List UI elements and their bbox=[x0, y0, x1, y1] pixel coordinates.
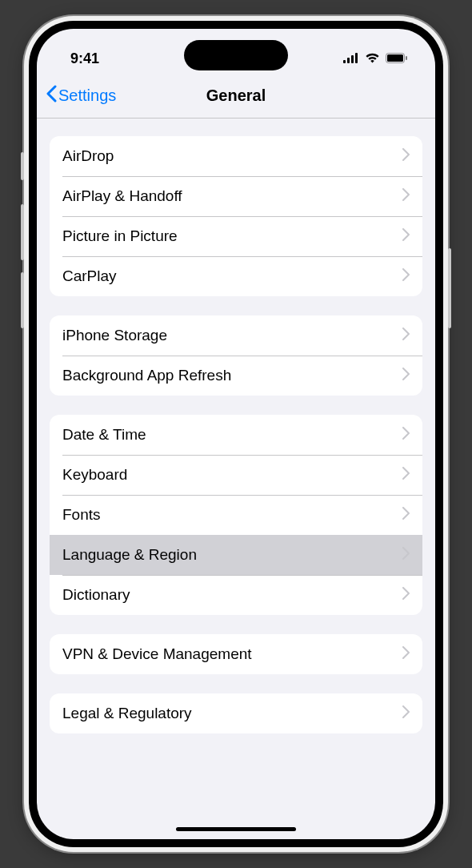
settings-group: VPN & Device Management bbox=[50, 634, 422, 674]
screen: 9:41 Set bbox=[37, 29, 435, 839]
status-time: 9:41 bbox=[70, 50, 99, 67]
settings-group: Date & TimeKeyboardFontsLanguage & Regio… bbox=[50, 415, 422, 615]
home-indicator[interactable] bbox=[176, 827, 296, 831]
row-label: Fonts bbox=[62, 506, 101, 524]
row-label: iPhone Storage bbox=[62, 327, 167, 344]
row-storage[interactable]: iPhone Storage bbox=[50, 315, 422, 356]
chevron-right-icon bbox=[402, 427, 410, 443]
back-label: Settings bbox=[58, 86, 116, 105]
row-label: Legal & Regulatory bbox=[62, 705, 192, 722]
content-scroll[interactable]: AirDropAirPlay & HandoffPicture in Pictu… bbox=[37, 119, 435, 839]
row-label: CarPlay bbox=[62, 267, 117, 285]
dynamic-island bbox=[184, 40, 288, 70]
svg-rect-5 bbox=[387, 54, 403, 62]
row-keyboard[interactable]: Keyboard bbox=[50, 455, 422, 495]
back-button[interactable]: Settings bbox=[46, 85, 116, 106]
nav-bar: Settings General bbox=[37, 74, 435, 119]
row-dictionary[interactable]: Dictionary bbox=[50, 575, 422, 615]
chevron-right-icon bbox=[402, 705, 410, 721]
svg-rect-1 bbox=[347, 58, 350, 63]
silence-switch bbox=[21, 152, 24, 180]
row-label: Dictionary bbox=[62, 586, 130, 604]
chevron-right-icon bbox=[402, 587, 410, 603]
chevron-right-icon bbox=[402, 188, 410, 204]
row-legal[interactable]: Legal & Regulatory bbox=[50, 693, 422, 733]
wifi-icon bbox=[365, 50, 380, 67]
row-language-region[interactable]: Language & Region bbox=[50, 535, 422, 575]
settings-group: iPhone StorageBackground App Refresh bbox=[50, 315, 422, 396]
phone-frame: 9:41 Set bbox=[24, 16, 448, 852]
row-label: Picture in Picture bbox=[62, 227, 178, 245]
chevron-right-icon bbox=[402, 547, 410, 563]
row-airdrop[interactable]: AirDrop bbox=[50, 136, 422, 176]
chevron-right-icon bbox=[402, 646, 410, 662]
row-label: VPN & Device Management bbox=[62, 645, 252, 663]
row-pip[interactable]: Picture in Picture bbox=[50, 216, 422, 256]
volume-down-button bbox=[21, 272, 24, 328]
chevron-right-icon bbox=[402, 328, 410, 344]
svg-rect-6 bbox=[406, 56, 407, 60]
volume-up-button bbox=[21, 204, 24, 260]
row-vpn[interactable]: VPN & Device Management bbox=[50, 634, 422, 674]
chevron-right-icon bbox=[402, 368, 410, 384]
chevron-right-icon bbox=[402, 467, 410, 483]
row-date-time[interactable]: Date & Time bbox=[50, 415, 422, 455]
chevron-left-icon bbox=[46, 85, 57, 106]
row-airplay[interactable]: AirPlay & Handoff bbox=[50, 176, 422, 216]
chevron-right-icon bbox=[402, 507, 410, 523]
phone-inner: 9:41 Set bbox=[29, 21, 443, 847]
row-label: Date & Time bbox=[62, 426, 146, 444]
svg-rect-2 bbox=[351, 55, 354, 63]
row-background-refresh[interactable]: Background App Refresh bbox=[50, 356, 422, 396]
row-label: AirDrop bbox=[62, 147, 114, 165]
chevron-right-icon bbox=[402, 228, 410, 244]
svg-rect-3 bbox=[355, 53, 358, 63]
power-button bbox=[448, 248, 451, 328]
row-label: Keyboard bbox=[62, 466, 127, 484]
settings-group: Legal & Regulatory bbox=[50, 693, 422, 733]
row-label: Background App Refresh bbox=[62, 367, 231, 384]
row-label: AirPlay & Handoff bbox=[62, 187, 182, 205]
row-fonts[interactable]: Fonts bbox=[50, 495, 422, 535]
chevron-right-icon bbox=[402, 268, 410, 284]
battery-icon bbox=[386, 50, 408, 67]
row-carplay[interactable]: CarPlay bbox=[50, 256, 422, 296]
chevron-right-icon bbox=[402, 148, 410, 164]
cellular-icon bbox=[343, 50, 359, 67]
svg-rect-0 bbox=[343, 60, 346, 63]
status-indicators bbox=[343, 50, 408, 67]
row-label: Language & Region bbox=[62, 546, 197, 564]
settings-group: AirDropAirPlay & HandoffPicture in Pictu… bbox=[50, 136, 422, 296]
